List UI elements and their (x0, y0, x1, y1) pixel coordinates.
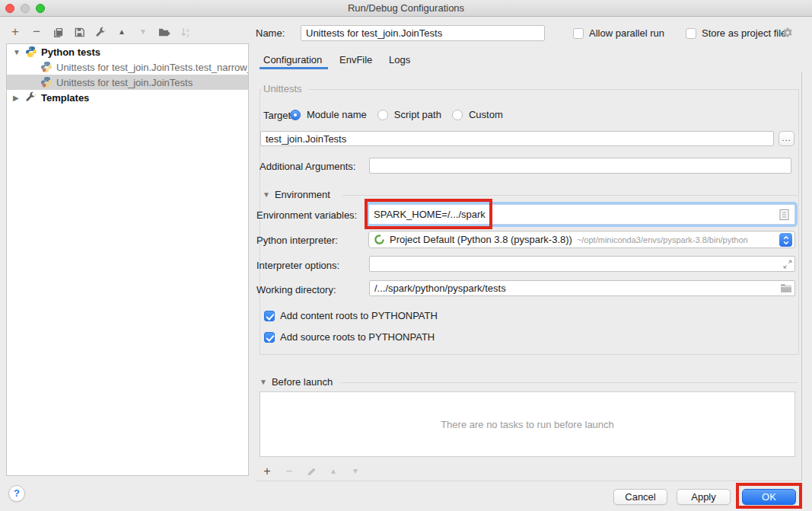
move-down-icon[interactable]: ▼ (349, 465, 361, 477)
interpreter-options-label: Interpreter options: (256, 260, 339, 272)
section-divider (341, 382, 798, 383)
module-name-radio-label[interactable]: Module name (307, 109, 367, 120)
zoom-button[interactable] (36, 4, 45, 13)
interpreter-options-input[interactable] (369, 256, 795, 272)
name-input[interactable] (301, 25, 545, 41)
target-label: Target: (263, 110, 294, 122)
unittests-group-title: Unittests (262, 83, 308, 94)
add-source-roots-checkbox[interactable] (264, 332, 275, 343)
store-as-project-file-checkbox[interactable] (686, 28, 696, 39)
before-launch-section-label: Before launch (272, 376, 333, 388)
additional-arguments-label: Additional Arguments: (260, 161, 355, 173)
add-content-roots-label: Add content roots to PYTHONPATH (280, 310, 438, 321)
working-directory-label: Working directory: (256, 284, 336, 296)
apply-button[interactable]: Apply (677, 489, 731, 505)
additional-arguments-input[interactable] (369, 158, 791, 174)
remove-icon[interactable]: − (283, 465, 295, 477)
expand-field-icon[interactable] (782, 259, 793, 270)
tab-configuration[interactable]: Configuration (263, 54, 322, 65)
tree-item-unittests-test-narrow[interactable]: Unittests for test_join.JoinTests.test_n… (7, 59, 248, 75)
environment-section-label: Environment (275, 189, 330, 200)
sort-icon[interactable]: az (180, 26, 192, 38)
tree-item-label: Python tests (41, 46, 100, 58)
before-launch-empty-message: There are no tasks to run before launch (441, 419, 614, 430)
before-launch-section-header[interactable]: ▼ Before launch (260, 376, 333, 388)
before-launch-toolbar: + − ▲ ▼ (261, 465, 361, 478)
tree-item-templates[interactable]: ▶ Templates (7, 90, 248, 105)
edit-templates-wrench-icon[interactable] (94, 26, 107, 38)
window-title: Run/Debug Configurations (348, 2, 464, 14)
python-interpreter-value: Project Default (Python 3.8 (pyspark-3.8… (390, 234, 572, 245)
python-icon (25, 46, 37, 58)
python-interpreter-label: Python interpreter: (256, 235, 338, 247)
active-tab-underline (260, 67, 328, 69)
working-directory-input[interactable] (369, 280, 795, 296)
custom-radio-label[interactable]: Custom (469, 109, 503, 120)
chevron-down-icon[interactable]: ▼ (260, 378, 267, 386)
svg-text:z: z (186, 32, 188, 37)
python-test-icon (40, 76, 53, 88)
close-button[interactable] (5, 4, 14, 13)
tree-item-label: Templates (41, 92, 89, 104)
environment-section-header[interactable]: ▼ Environment (263, 189, 330, 200)
section-divider (342, 195, 798, 196)
chevron-down-icon[interactable]: ▼ (13, 48, 21, 56)
titlebar: Run/Debug Configurations (0, 0, 812, 17)
add-source-roots-label: Add source roots to PYTHONPATH (280, 331, 435, 343)
add-content-roots-checkbox[interactable] (264, 311, 275, 321)
move-up-icon[interactable]: ▲ (116, 26, 128, 38)
select-stepper-icon[interactable] (779, 233, 792, 247)
save-icon[interactable] (73, 26, 85, 38)
edit-environment-variables-icon[interactable] (779, 209, 790, 221)
store-as-project-file-label: Store as project file (702, 27, 786, 39)
edit-icon[interactable] (305, 465, 317, 477)
tab-envfile[interactable]: EnvFile (339, 54, 372, 65)
script-path-radio[interactable] (377, 110, 388, 120)
chevron-right-icon[interactable]: ▶ (13, 94, 21, 102)
add-icon[interactable]: + (261, 465, 273, 477)
module-name-radio[interactable] (290, 110, 301, 120)
add-content-roots-option[interactable]: Add content roots to PYTHONPATH (264, 310, 438, 321)
environment-variables-input[interactable] (368, 204, 795, 225)
tree-item-unittests-jointests[interactable]: Unittests for test_join.JoinTests (7, 75, 248, 90)
svg-text:a: a (186, 27, 189, 32)
python-test-icon (40, 61, 53, 73)
custom-radio[interactable] (452, 110, 463, 120)
help-button[interactable]: ? (8, 485, 25, 502)
script-path-radio-label[interactable]: Script path (394, 109, 441, 120)
panel-divider (801, 72, 802, 481)
allow-parallel-run-checkbox[interactable] (573, 28, 584, 39)
before-launch-task-list[interactable]: There are no tasks to run before launch (260, 391, 795, 457)
move-down-icon[interactable]: ▼ (137, 26, 149, 38)
run-debug-configurations-dialog: Run/Debug Configurations + − ▲ ▼ az ▼ Py (0, 0, 812, 511)
browse-button[interactable]: ... (779, 131, 794, 146)
chevron-down-icon[interactable]: ▼ (263, 190, 270, 199)
wrench-icon (25, 91, 37, 104)
configurations-toolbar: + − ▲ ▼ az (9, 24, 192, 40)
tree-item-label: Unittests for test_join.JoinTests (56, 77, 193, 88)
store-as-project-file-option[interactable]: Store as project file (686, 27, 786, 39)
move-up-icon[interactable]: ▲ (327, 465, 339, 477)
conda-environment-icon (374, 234, 385, 245)
target-radio-group: Module name Script path Custom (290, 109, 508, 120)
gear-icon[interactable] (782, 27, 794, 39)
add-icon[interactable]: + (9, 26, 21, 38)
ok-button[interactable]: OK (742, 489, 796, 505)
tab-logs[interactable]: Logs (389, 54, 410, 65)
python-interpreter-select[interactable]: Project Default (Python 3.8 (pyspark-3.8… (368, 231, 795, 248)
browse-folder-icon[interactable] (780, 283, 792, 293)
environment-variables-label: Environment variables: (256, 209, 357, 222)
run-configurations-tree: ▼ Python tests Unittests for test_join.J… (6, 43, 249, 476)
copy-icon[interactable] (52, 26, 64, 38)
tree-item-python-tests[interactable]: ▼ Python tests (7, 44, 248, 59)
target-input[interactable] (260, 131, 774, 146)
remove-icon[interactable]: − (30, 26, 43, 38)
allow-parallel-run-option[interactable]: Allow parallel run (573, 27, 664, 39)
minimize-button[interactable] (21, 4, 30, 13)
new-folder-icon[interactable] (158, 26, 170, 38)
name-label: Name: (256, 27, 285, 40)
add-source-roots-option[interactable]: Add source roots to PYTHONPATH (264, 331, 435, 343)
cancel-button[interactable]: Cancel (613, 489, 667, 505)
allow-parallel-run-label: Allow parallel run (589, 27, 664, 39)
python-interpreter-path: ~/opt/miniconda3/envs/pyspark-3.8/bin/py… (577, 235, 748, 244)
